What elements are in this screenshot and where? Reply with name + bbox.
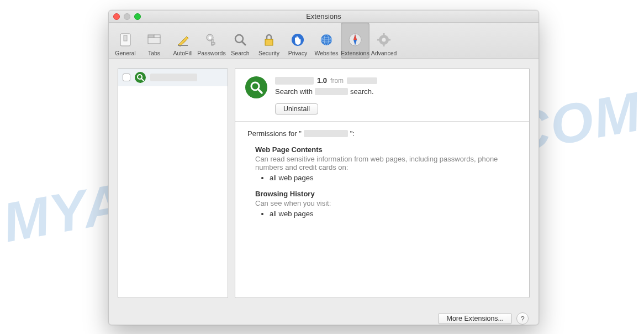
from-label: from (330, 77, 344, 85)
tab-label: Passwords (197, 50, 225, 56)
titlebar: Extensions (109, 11, 539, 23)
window-footer: More Extensions... ? (109, 307, 539, 325)
tab-passwords[interactable]: Passwords (197, 23, 226, 59)
pencil-icon (175, 32, 191, 48)
extension-version: 1.0 (317, 76, 327, 85)
permission-heading: Browsing History (255, 190, 517, 198)
content-area: 1.0 from Search with search. Uninstall P… (109, 59, 539, 307)
permission-heading: Web Page Contents (255, 145, 517, 154)
extension-enable-checkbox[interactable] (123, 74, 130, 81)
extension-name-redacted (150, 74, 197, 81)
preferences-toolbar: General Tabs AutoFill Passwords (109, 23, 539, 59)
tab-label: Extensions (341, 50, 369, 56)
tab-label: AutoFill (173, 50, 192, 56)
tab-label: Search (231, 50, 249, 56)
tab-label: Advanced (371, 50, 397, 56)
permission-browsing-history: Browsing History Can see when you visit:… (255, 190, 517, 218)
tab-label: Websites (315, 50, 339, 56)
lock-icon (261, 32, 277, 48)
permissions-title-suffix: ": (350, 129, 355, 138)
permission-item: all web pages (270, 210, 517, 218)
svg-rect-24 (383, 33, 385, 36)
permissions-title-prefix: Permissions for " (247, 129, 302, 138)
tabs-icon (146, 32, 162, 48)
svg-point-23 (382, 38, 386, 42)
tab-label: Privacy (288, 50, 307, 56)
svg-rect-10 (212, 43, 215, 44)
minimize-window-button[interactable] (124, 13, 130, 20)
more-extensions-button[interactable]: More Extensions... (438, 313, 512, 324)
tab-privacy[interactable]: Privacy (283, 23, 312, 59)
svg-rect-4 (154, 35, 160, 38)
globe-icon (318, 32, 335, 48)
preferences-window: Extensions General Tabs AutoFill (108, 10, 539, 325)
close-window-button[interactable] (113, 13, 120, 20)
tab-label: Security (258, 50, 279, 56)
help-button[interactable]: ? (516, 312, 529, 325)
svg-rect-13 (265, 39, 273, 45)
tab-label: General (115, 50, 135, 56)
key-icon (203, 32, 220, 48)
window-controls (113, 13, 141, 20)
svg-rect-6 (178, 45, 188, 46)
extension-list-item[interactable] (118, 69, 228, 86)
tab-autofill[interactable]: AutoFill (168, 23, 197, 59)
svg-rect-26 (377, 39, 380, 41)
svg-line-31 (258, 89, 262, 93)
permissions-name-redacted (304, 130, 348, 137)
hand-icon (289, 32, 306, 48)
tab-search[interactable]: Search (226, 23, 255, 59)
tab-label: Tabs (148, 50, 160, 56)
extension-author-redacted (347, 77, 377, 84)
extensions-sidebar (118, 68, 228, 298)
tab-extensions[interactable]: Extensions (341, 23, 369, 59)
svg-rect-3 (148, 35, 154, 38)
tab-advanced[interactable]: Advanced (369, 23, 398, 59)
permission-item: all web pages (270, 174, 517, 182)
permission-subtext: Can read sensitive information from web … (255, 155, 517, 171)
extension-large-icon (245, 76, 267, 98)
permissions-section: Permissions for " ": Web Page Contents C… (235, 122, 529, 233)
extension-detail-panel: 1.0 from Search with search. Uninstall P… (235, 68, 530, 298)
window-title: Extensions (306, 12, 341, 20)
compass-icon (347, 32, 363, 48)
extension-header: 1.0 from Search with search. Uninstall (235, 69, 529, 122)
switch-icon (117, 32, 134, 48)
svg-rect-27 (388, 39, 390, 41)
permission-webpage-contents: Web Page Contents Can read sensitive inf… (255, 145, 517, 182)
tab-websites[interactable]: Websites (312, 23, 341, 59)
extension-name-redacted (275, 77, 314, 85)
tab-security[interactable]: Security (255, 23, 283, 59)
svg-line-12 (242, 41, 245, 45)
svg-rect-1 (124, 35, 127, 41)
description-suffix: search. (350, 87, 374, 96)
permission-subtext: Can see when you visit: (255, 199, 517, 207)
gear-icon (376, 32, 392, 48)
uninstall-button[interactable]: Uninstall (275, 103, 318, 114)
svg-point-8 (209, 36, 212, 39)
fullscreen-window-button[interactable] (134, 13, 141, 20)
tab-tabs[interactable]: Tabs (140, 23, 168, 59)
svg-rect-25 (383, 44, 385, 46)
svg-line-29 (141, 79, 144, 81)
tab-general[interactable]: General (111, 23, 140, 59)
magnifier-icon (232, 32, 249, 48)
extension-icon (135, 72, 146, 83)
svg-rect-2 (148, 37, 160, 44)
description-name-redacted (315, 88, 348, 95)
description-prefix: Search with (275, 87, 313, 96)
